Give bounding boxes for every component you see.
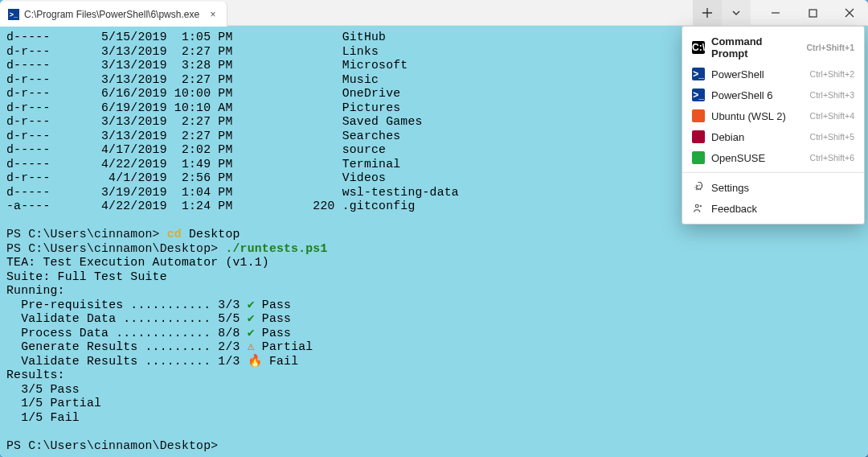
- menu-label: PowerShell: [711, 68, 804, 80]
- plus-icon: [702, 7, 713, 19]
- prompt: PS C:\Users\cinnamon\Desktop>: [6, 439, 218, 452]
- menu-feedback[interactable]: Feedback: [682, 198, 864, 219]
- menu-profile-item[interactable]: >_PowerShellCtrl+Shift+2: [682, 64, 864, 84]
- new-tab-controls: [693, 0, 751, 25]
- result-row: 1/5 Fail: [21, 411, 80, 424]
- svg-rect-0: [809, 10, 817, 17]
- profile-icon: [692, 109, 705, 122]
- dir-row: d----- 5/15/2019 1:05 PM GitHub: [6, 31, 386, 43]
- shortcut: Ctrl+Shift+3: [810, 90, 854, 100]
- maximize-icon: [809, 9, 817, 18]
- tab-title: C:\Program Files\PowerShell\6\pwsh.exe: [24, 9, 199, 20]
- test-row: Validate Results ......... 1/3 🔥 Fail: [21, 355, 298, 368]
- status-icon: ⚠: [248, 340, 255, 353]
- profiles-dropdown: C:\Command PromptCtrl+Shift+1>_PowerShel…: [682, 26, 865, 224]
- powershell-icon: >_: [8, 9, 19, 20]
- prompt: PS C:\Users\cinnamon\Desktop>: [6, 242, 218, 255]
- menu-label: Feedback: [711, 203, 854, 215]
- cmd: ./runtests.ps1: [225, 242, 327, 255]
- terminal-window: >_ C:\Program Files\PowerShell\6\pwsh.ex…: [0, 0, 868, 457]
- dir-row: d----- 4/17/2019 2:02 PM source: [6, 143, 386, 156]
- feedback-icon: [692, 202, 705, 215]
- minimize-button[interactable]: [757, 0, 794, 26]
- profile-icon: >_: [692, 89, 705, 101]
- window-controls: [757, 0, 868, 25]
- minimize-icon: [771, 8, 780, 18]
- menu-profile-item[interactable]: OpenSUSECtrl+Shift+6: [682, 147, 864, 168]
- title-bar: >_ C:\Program Files\PowerShell\6\pwsh.ex…: [0, 0, 868, 26]
- chevron-down-icon: [731, 8, 741, 18]
- tea-header: TEA: Test Execution Automator (v1.1): [6, 256, 269, 269]
- result-row: 3/5 Pass: [21, 383, 80, 396]
- maximize-button[interactable]: [794, 0, 831, 26]
- menu-label: Settings: [711, 182, 854, 194]
- menu-label: Debian: [711, 131, 804, 143]
- new-tab-button[interactable]: [693, 0, 722, 26]
- menu-profile-item[interactable]: DebianCtrl+Shift+5: [682, 126, 864, 147]
- menu-profile-item[interactable]: Ubuntu (WSL 2)Ctrl+Shift+4: [682, 105, 864, 126]
- profile-icon: [692, 130, 705, 143]
- test-row: Pre-requisites ........... 3/3 ✔ Pass: [21, 298, 291, 311]
- test-row: Validate Data ............ 5/5 ✔ Pass: [21, 312, 291, 325]
- result-row: 1/5 Partial: [21, 397, 101, 410]
- dir-row: d-r--- 3/13/2019 2:27 PM Music: [6, 73, 379, 86]
- menu-divider: [682, 172, 864, 173]
- status-icon: ✔: [248, 312, 255, 325]
- profile-icon: [692, 151, 705, 164]
- cmd: cd: [167, 228, 182, 241]
- tab-pwsh[interactable]: >_ C:\Program Files\PowerShell\6\pwsh.ex…: [0, 2, 227, 27]
- shortcut: Ctrl+Shift+5: [810, 132, 854, 142]
- tea-suite: Suite: Full Test Suite: [6, 270, 167, 283]
- shortcut: Ctrl+Shift+1: [806, 43, 854, 52]
- close-x-icon: [845, 8, 854, 18]
- tea-running: Running:: [6, 284, 65, 297]
- dir-row: d----- 3/19/2019 1:04 PM wsl-testing-dat…: [6, 186, 459, 199]
- dir-row: d-r--- 3/13/2019 2:27 PM Searches: [6, 130, 400, 142]
- shortcut: Ctrl+Shift+4: [810, 111, 854, 121]
- menu-settings[interactable]: Settings: [682, 177, 864, 198]
- svg-point-1: [695, 204, 698, 208]
- test-row: Process Data ............. 8/8 ✔ Pass: [21, 327, 291, 340]
- dir-row: d-r--- 3/13/2019 2:27 PM Saved Games: [6, 115, 423, 128]
- status-icon: ✔: [248, 327, 255, 340]
- dir-row: d----- 3/13/2019 3:28 PM Microsoft: [6, 59, 407, 72]
- shortcut: Ctrl+Shift+6: [810, 153, 854, 163]
- prompt: PS C:\Users\cinnamon>: [6, 228, 160, 241]
- dir-row: d----- 4/22/2019 1:49 PM Terminal: [6, 158, 400, 171]
- menu-profile-item[interactable]: C:\Command PromptCtrl+Shift+1: [682, 31, 864, 64]
- tab-dropdown-button[interactable]: [722, 0, 751, 26]
- results-label: Results:: [6, 368, 65, 381]
- close-icon[interactable]: ×: [207, 9, 219, 20]
- dir-row: d-r--- 3/13/2019 2:27 PM Links: [6, 45, 379, 58]
- menu-label: Ubuntu (WSL 2): [711, 110, 804, 122]
- dir-row: d-r--- 4/1/2019 2:56 PM Videos: [6, 171, 386, 184]
- shortcut: Ctrl+Shift+2: [810, 69, 854, 79]
- menu-label: PowerShell 6: [711, 89, 804, 101]
- dir-row: -a---- 4/22/2019 1:24 PM 220 .gitconfig: [6, 200, 415, 212]
- menu-label: OpenSUSE: [711, 152, 804, 164]
- menu-label: Command Prompt: [711, 35, 800, 60]
- menu-profile-item[interactable]: >_PowerShell 6Ctrl+Shift+3: [682, 84, 864, 105]
- dir-row: d-r--- 6/19/2019 10:10 AM Pictures: [6, 101, 400, 114]
- dir-row: d-r--- 6/16/2019 10:00 PM OneDrive: [6, 87, 400, 100]
- close-button[interactable]: [831, 0, 868, 26]
- profile-icon: >_: [692, 68, 705, 80]
- status-icon: 🔥: [248, 355, 262, 368]
- profile-icon: C:\: [692, 41, 705, 54]
- status-icon: ✔: [248, 298, 255, 311]
- test-row: Generate Results ......... 2/3 ⚠ Partial: [21, 340, 313, 353]
- cmd-arg: Desktop: [189, 228, 240, 241]
- gear-icon: [692, 181, 705, 194]
